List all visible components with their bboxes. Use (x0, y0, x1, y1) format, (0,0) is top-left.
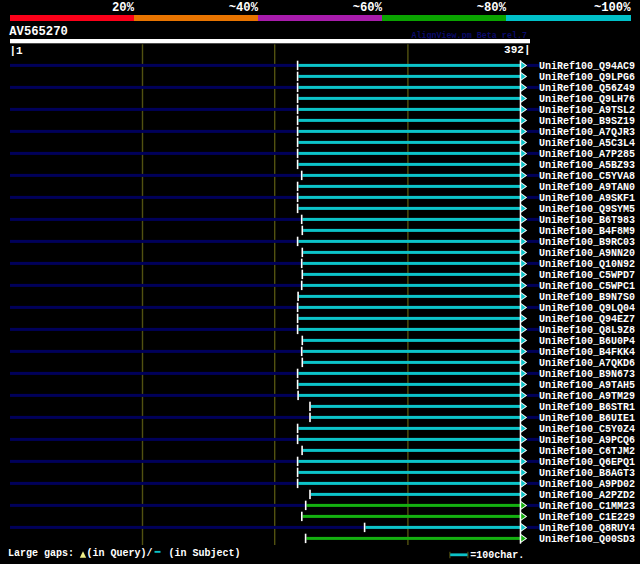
svg-text:UniRef100_C5WPC1: UniRef100_C5WPC1 (539, 281, 635, 292)
svg-text:UniRef100_A5BZ93: UniRef100_A5BZ93 (539, 160, 635, 171)
svg-text:~60%: ~60% (353, 1, 383, 15)
svg-text:UniRef100_B6UIE1: UniRef100_B6UIE1 (539, 413, 635, 424)
svg-text:UniRef100_A7QKD6: UniRef100_A7QKD6 (539, 358, 635, 369)
svg-text:UniRef100_A9TAN0: UniRef100_A9TAN0 (539, 182, 635, 193)
svg-text:~80%: ~80% (477, 1, 507, 15)
svg-text:UniRef100_B9N673: UniRef100_B9N673 (539, 369, 635, 380)
svg-text:|1: |1 (10, 45, 24, 57)
svg-text:UniRef100_B6U0P4: UniRef100_B6U0P4 (539, 336, 635, 347)
svg-text:UniRef100_B8AGT3: UniRef100_B8AGT3 (539, 468, 635, 479)
svg-text:UniRef100_Q9LQ04: UniRef100_Q9LQ04 (539, 303, 635, 314)
svg-text:UniRef100_A9PCQ6: UniRef100_A9PCQ6 (539, 435, 635, 446)
svg-text:Large gaps:: Large gaps: (8, 548, 74, 559)
svg-text:~100%: ~100% (594, 1, 631, 15)
svg-text:UniRef100_C1E229: UniRef100_C1E229 (539, 512, 635, 523)
svg-text:UniRef100_A9NN20: UniRef100_A9NN20 (539, 248, 635, 259)
svg-text:20%: 20% (112, 1, 135, 15)
svg-text:UniRef100_C5WPD7: UniRef100_C5WPD7 (539, 270, 635, 281)
svg-text:UniRef100_C5Y0Z4: UniRef100_C5Y0Z4 (539, 424, 635, 435)
svg-text:UniRef100_A9TAH5: UniRef100_A9TAH5 (539, 380, 635, 391)
svg-text:(in Query)/: (in Query)/ (87, 548, 153, 559)
svg-text:UniRef100_C5YVA8: UniRef100_C5YVA8 (539, 171, 635, 182)
svg-text:UniRef100_A7P285: UniRef100_A7P285 (539, 149, 635, 160)
svg-text:UniRef100_A9TSL2: UniRef100_A9TSL2 (539, 105, 635, 116)
svg-text:(in Subject): (in Subject) (169, 548, 241, 559)
svg-text:AV565270: AV565270 (9, 25, 68, 39)
svg-text:UniRef100_C6TJM2: UniRef100_C6TJM2 (539, 446, 635, 457)
svg-text:UniRef100_A7QJR3: UniRef100_A7QJR3 (539, 127, 635, 138)
svg-text:UniRef100_Q94EZ7: UniRef100_Q94EZ7 (539, 314, 635, 325)
svg-text:UniRef100_B4F8M9: UniRef100_B4F8M9 (539, 226, 635, 237)
svg-text:UniRef100_C1MM23: UniRef100_C1MM23 (539, 501, 635, 512)
svg-text:UniRef100_Q6EPQ1: UniRef100_Q6EPQ1 (539, 457, 635, 468)
svg-text:~40%: ~40% (229, 1, 259, 15)
svg-text:UniRef100_A9SKF1: UniRef100_A9SKF1 (539, 193, 635, 204)
svg-text:UniRef100_Q56Z49: UniRef100_Q56Z49 (539, 83, 635, 94)
svg-text:UniRef100_Q9LH76: UniRef100_Q9LH76 (539, 94, 635, 105)
svg-text:UniRef100_B6T983: UniRef100_B6T983 (539, 215, 635, 226)
svg-text:UniRef100_A9TM29: UniRef100_A9TM29 (539, 391, 635, 402)
svg-text:UniRef100_Q9LPG6: UniRef100_Q9LPG6 (539, 72, 635, 83)
svg-text:UniRef100_B6STR1: UniRef100_B6STR1 (539, 402, 635, 413)
svg-text:UniRef100_Q94AC9: UniRef100_Q94AC9 (539, 61, 635, 72)
svg-text:UniRef100_Q8RUY4: UniRef100_Q8RUY4 (539, 523, 635, 534)
svg-text:UniRef100_B9SZ19: UniRef100_B9SZ19 (539, 116, 635, 127)
svg-text:UniRef100_A2PZD2: UniRef100_A2PZD2 (539, 490, 635, 501)
svg-text:UniRef100_Q00SD3: UniRef100_Q00SD3 (539, 534, 635, 545)
svg-text:UniRef100_B4FKK4: UniRef100_B4FKK4 (539, 347, 635, 358)
svg-text:UniRef100_Q10N92: UniRef100_Q10N92 (539, 259, 635, 270)
svg-text:UniRef100_A9PD02: UniRef100_A9PD02 (539, 479, 635, 490)
svg-text:=100char.: =100char. (470, 550, 524, 561)
svg-text:UniRef100_Q9SYM5: UniRef100_Q9SYM5 (539, 204, 635, 215)
svg-text:392|: 392| (504, 44, 530, 56)
svg-text:UniRef100_B9N7S0: UniRef100_B9N7S0 (539, 292, 635, 303)
svg-text:UniRef100_Q8L9Z8: UniRef100_Q8L9Z8 (539, 325, 635, 336)
svg-text:UniRef100_B9RC03: UniRef100_B9RC03 (539, 237, 635, 248)
svg-text:UniRef100_A5C3L4: UniRef100_A5C3L4 (539, 138, 635, 149)
